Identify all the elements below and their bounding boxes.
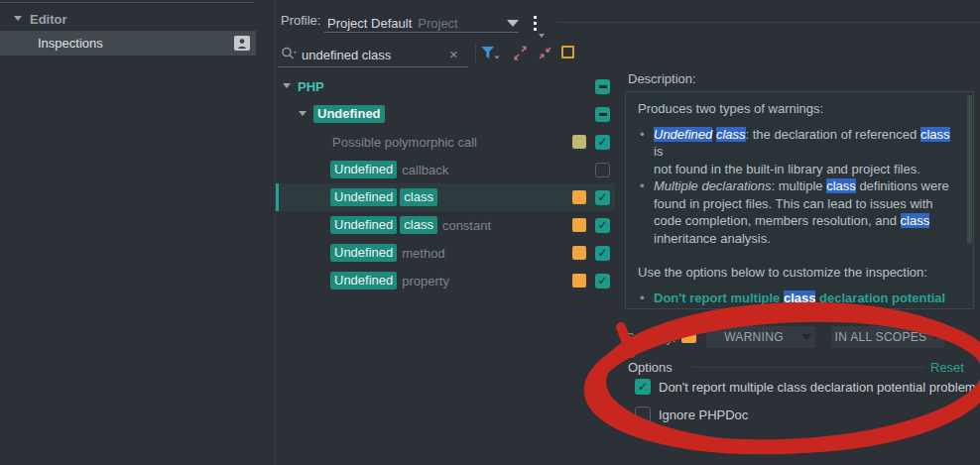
description-line: not found in the built-in library and pr…: [638, 161, 953, 178]
profile-suffix: Project: [418, 16, 457, 31]
tree-label-segment: Undefined: [330, 244, 397, 262]
description-text-run: Undefined: [654, 127, 712, 142]
description-text-run: problems: [654, 307, 712, 309]
chevron-down-icon: [539, 34, 545, 38]
checkbox-checked[interactable]: [595, 135, 610, 150]
options-list: Don't report multiple class declaration …: [635, 379, 980, 434]
checkbox-checked[interactable]: [595, 190, 610, 205]
separator: [691, 367, 925, 368]
tree-label-segment: Undefined: [330, 216, 397, 234]
sidebar-item-label: Inspections: [38, 36, 103, 51]
sidebar-item-editor[interactable]: Editor: [0, 8, 256, 30]
description-text-run: Multiple declarations: [654, 178, 772, 193]
description-text-run: class: [901, 213, 930, 228]
option-row: Don't report multiple class declaration …: [635, 379, 980, 395]
profile-dropdown[interactable]: Project Default Project: [327, 13, 519, 33]
checkbox-unchecked[interactable]: [635, 407, 651, 422]
description-line: Use the options below to customize the i…: [638, 264, 953, 282]
description-line: Undefined class: the declaration of refe…: [638, 126, 953, 161]
severity-scope-value: IN ALL SCOPES: [835, 330, 927, 344]
description-line: Produces two types of warnings:: [638, 100, 953, 118]
severity-label: Severity:: [626, 330, 676, 345]
chevron-down-icon[interactable]: [283, 82, 291, 90]
tree-label-segment: Undefined: [330, 188, 397, 206]
expand-all-icon[interactable]: [513, 46, 528, 60]
severity-level-dropdown[interactable]: WARNING: [706, 326, 815, 348]
description-line: found in project files. This can lead to…: [638, 195, 953, 213]
option-row: Ignore PHPDoc: [635, 407, 980, 422]
tree-label-segment: PHP: [298, 79, 324, 94]
checkbox-checked[interactable]: [595, 218, 610, 233]
search-input[interactable]: undefined class: [302, 48, 391, 62]
description-text-run: Use the options below to customize the i…: [638, 265, 927, 280]
description-line: problems: if selected, the inspection wi…: [638, 306, 953, 309]
description-text-run: definitions were: [856, 178, 949, 193]
separator: [475, 44, 476, 63]
chevron-down-icon: [930, 334, 940, 340]
tree-row[interactable]: Undefinedproperty: [276, 267, 615, 294]
profile-value: Project Default: [327, 16, 412, 31]
tree-row[interactable]: Undefinedcallback: [276, 156, 615, 183]
severity-color-swatch: [572, 135, 586, 149]
tree-label-segment: method: [402, 246, 444, 261]
description-text-run: inheritance analysis.: [654, 231, 771, 246]
description-text-run: class: [826, 178, 856, 193]
tree-label-segment: Undefined: [330, 161, 397, 178]
severity-color-swatch: [681, 328, 696, 343]
settings-sidebar: Editor Inspections: [0, 0, 275, 465]
profile-label: Profile:: [281, 13, 320, 28]
sidebar-item-inspections[interactable]: Inspections: [0, 31, 256, 56]
square-outline-icon[interactable]: [561, 46, 574, 58]
options-title: Options: [628, 360, 673, 375]
severity-scope-dropdown[interactable]: IN ALL SCOPES: [831, 326, 944, 348]
tree-row[interactable]: Undefinedclassconstant: [276, 211, 615, 239]
checkbox-checked[interactable]: [595, 246, 610, 261]
checkbox-unchecked[interactable]: [595, 163, 610, 177]
clear-search-icon[interactable]: ×: [449, 46, 458, 62]
description-text-run: is: [654, 144, 663, 159]
tree-label-segment: Undefined: [313, 105, 385, 123]
scrollbar-thumb[interactable]: [967, 95, 972, 244]
tree-row[interactable]: Undefinedmethod: [276, 239, 615, 267]
more-options-icon[interactable]: [531, 12, 547, 38]
description-text-run: : if selected, the inspection will not r…: [712, 307, 944, 309]
tree-row[interactable]: PHP: [276, 72, 615, 100]
tree-row[interactable]: Possible polymorphic call: [276, 128, 615, 156]
description-line: code completion, members resolution, and…: [638, 212, 953, 230]
severity-color-swatch: [572, 218, 586, 232]
search-icon[interactable]: [281, 47, 299, 62]
severity-color-swatch: [572, 246, 586, 260]
tree-row[interactable]: Undefined: [276, 100, 615, 128]
tree-label-segment: class: [400, 188, 437, 206]
description-text-run: : the declaration of referenced: [746, 127, 920, 142]
tree-label-segment: class: [400, 216, 437, 234]
description-line: Don't report multiple class declaration …: [638, 290, 953, 307]
profile-dropdown-underline: [324, 32, 519, 33]
checkbox-indeterminate[interactable]: [595, 107, 610, 122]
chevron-down-icon[interactable]: [299, 110, 306, 118]
checkbox-checked[interactable]: [635, 379, 651, 395]
description-box: Produces two types of warnings:Undefined…: [625, 91, 974, 309]
inspections-tree: PHPUndefinedPossible polymorphic callUnd…: [276, 72, 615, 294]
search-underline: [278, 66, 468, 67]
description-text-run: class: [920, 127, 950, 142]
description-text-run: Produces two types of warnings:: [638, 101, 823, 116]
description-text-run: not found in the built-in library and pr…: [654, 162, 920, 176]
description-text-run: declaration potential: [815, 291, 945, 305]
collapse-all-icon[interactable]: [538, 46, 552, 60]
tree-row[interactable]: Undefinedclass: [276, 183, 615, 211]
filter-funnel-icon[interactable]: [481, 46, 500, 61]
description-line: inheritance analysis.: [638, 230, 953, 248]
sidebar-group-label: Editor: [30, 12, 67, 27]
tree-label-segment: constant: [442, 218, 491, 233]
reset-link[interactable]: Reset: [930, 360, 964, 375]
tree-label-segment: Undefined: [330, 272, 397, 290]
checkbox-checked[interactable]: [595, 274, 610, 289]
tree-label-segment: Possible polymorphic call: [332, 135, 477, 150]
description-text-run: class: [716, 127, 746, 142]
tree-label-segment: property: [402, 274, 449, 289]
severity-color-swatch: [572, 274, 586, 288]
checkbox-indeterminate[interactable]: [595, 79, 610, 94]
chevron-down-icon[interactable]: [14, 15, 22, 23]
profile-person-icon: [234, 36, 250, 51]
